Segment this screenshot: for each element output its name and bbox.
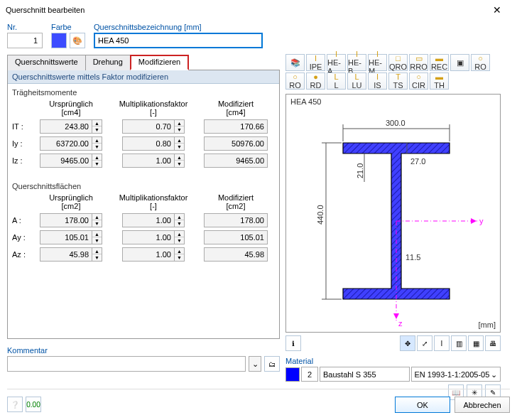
svg-text:21.0: 21.0 — [356, 163, 364, 178]
profile-ro2-button[interactable]: ○RO — [285, 72, 305, 90]
kommentar-dropdown[interactable]: ⌄ — [249, 356, 261, 372]
row-a-label: A : — [12, 216, 33, 225]
spin[interactable]: ▲▼ — [92, 136, 102, 151]
color-swatch[interactable] — [51, 33, 67, 48]
a-fac[interactable] — [122, 213, 175, 227]
ok-button[interactable]: OK — [395, 397, 450, 413]
profile-is-button[interactable]: IIS — [368, 72, 387, 90]
spin[interactable]: ▲▼ — [175, 136, 185, 151]
iy-fac[interactable] — [122, 136, 175, 151]
profile-rec-button[interactable]: ▬REC — [430, 54, 449, 71]
numeric-view-button[interactable]: ▦ — [468, 335, 484, 351]
traegheitsmomente-header: Trägheitsmomente — [12, 88, 275, 97]
svg-text:z: z — [398, 319, 403, 328]
material-norm-select[interactable]: EN 1993-1-1:2005-05 — [411, 367, 501, 382]
spin[interactable]: ▲▼ — [175, 230, 185, 244]
print-button[interactable]: 🖶 — [485, 335, 501, 351]
profile-rd-button[interactable]: ●RD — [306, 72, 325, 90]
profile-cir-button[interactable]: ○CIR — [409, 72, 428, 90]
profile-toolbar: 📚 IIPE IHE-A IHE-B IHE-M □QRO ▭RRO ▬REC … — [285, 54, 501, 90]
spin[interactable]: ▲▼ — [175, 213, 185, 227]
spin[interactable]: ▲▼ — [92, 213, 102, 227]
it-orig[interactable] — [40, 119, 92, 134]
tab-querschnittswerte[interactable]: Querschnittswerte — [7, 55, 86, 70]
col-orig: Ursprünglich — [49, 99, 93, 108]
it-fac[interactable] — [122, 119, 175, 134]
spin[interactable]: ▲▼ — [175, 247, 185, 262]
svg-marker-4 — [471, 218, 477, 224]
material-color-swatch — [285, 367, 300, 382]
az-fac[interactable] — [122, 247, 175, 262]
row-iy-label: Iy : — [12, 139, 33, 148]
axes-view-button[interactable]: ✥ — [400, 335, 415, 351]
values-view-button[interactable]: I — [434, 335, 450, 351]
help-button[interactable]: ❔ — [7, 397, 23, 412]
spin[interactable]: ▲▼ — [92, 119, 102, 134]
col-orig2: Ursprünglich — [49, 193, 93, 202]
spin[interactable]: ▲▼ — [92, 230, 102, 244]
profile-qro-button[interactable]: □QRO — [388, 54, 408, 71]
close-icon[interactable]: ✕ — [483, 4, 511, 16]
profile-library-button[interactable]: 📚 — [285, 54, 305, 71]
col-orig-unit: [cm4] — [62, 108, 81, 117]
ay-orig[interactable] — [40, 230, 92, 244]
preview-panel: HEA 450 [mm] y z — [285, 94, 501, 333]
iz-orig[interactable] — [40, 154, 92, 168]
col-orig2-unit: [cm2] — [62, 202, 81, 210]
profile-ts-button[interactable]: TTS — [388, 72, 408, 90]
a-orig[interactable] — [40, 213, 92, 227]
material-nr[interactable]: 2 — [301, 367, 318, 382]
svg-text:440.0: 440.0 — [316, 205, 325, 225]
col-mod2-unit: [cm2] — [227, 202, 246, 210]
section-header: Querschnittswerte mittels Faktor modifiz… — [8, 70, 279, 84]
profile-custom-button[interactable]: ▣ — [450, 54, 469, 71]
cancel-button[interactable]: Abbrechen — [455, 397, 510, 413]
svg-text:27.0: 27.0 — [410, 157, 425, 166]
profile-hem-button[interactable]: IHE-M — [368, 54, 387, 71]
material-name[interactable]: Baustahl S 355 — [320, 367, 410, 382]
col-fac-unit: [-] — [150, 108, 157, 117]
window-title: Querschnitt bearbeiten — [6, 6, 483, 14]
row-it-label: IT : — [12, 122, 33, 131]
profile-heb-button[interactable]: IHE-B — [347, 54, 366, 71]
profile-lu-button[interactable]: LLU — [347, 72, 366, 90]
info-button[interactable]: ℹ — [285, 335, 301, 351]
profile-l-button[interactable]: LL — [327, 72, 346, 90]
iz-fac[interactable] — [122, 154, 175, 168]
nr-label: Nr. — [7, 23, 43, 31]
svg-text:11.5: 11.5 — [406, 253, 420, 262]
kommentar-input[interactable] — [7, 356, 246, 372]
profile-rro-button[interactable]: ▭RRO — [409, 54, 428, 71]
querschnittsbezeichnung-input[interactable] — [94, 33, 263, 48]
color-picker-button[interactable]: 🎨 — [70, 33, 85, 48]
profile-ipe-button[interactable]: IIPE — [306, 54, 325, 71]
col-fac2-unit: [-] — [150, 202, 157, 210]
spin[interactable]: ▲▼ — [92, 154, 102, 168]
dims-view-button[interactable]: ⤢ — [417, 335, 432, 351]
profile-th-button[interactable]: ▬TH — [430, 72, 449, 90]
profile-hea-button[interactable]: IHE-A — [327, 54, 346, 71]
ay-fac[interactable] — [122, 230, 175, 244]
row-az-label: Az : — [12, 250, 33, 259]
tab-drehung[interactable]: Drehung — [85, 55, 131, 70]
az-orig[interactable] — [40, 247, 92, 262]
col-fac: Multiplikationsfaktor — [119, 99, 188, 108]
units-button[interactable]: 0.00 — [26, 397, 41, 412]
qb-label: Querschnittsbezeichnung [mm] — [94, 23, 263, 31]
kommentar-label: Kommentar — [7, 346, 48, 355]
svg-text:300.0: 300.0 — [386, 119, 406, 127]
svg-marker-7 — [393, 313, 399, 319]
spin[interactable]: ▲▼ — [92, 247, 102, 262]
it-mod — [204, 119, 268, 134]
kommentar-library-button[interactable]: 🗂 — [264, 356, 280, 372]
material-label: Material — [285, 357, 313, 365]
iy-orig[interactable] — [40, 136, 92, 151]
profile-ro1-button[interactable]: ○RO — [471, 54, 490, 71]
spin[interactable]: ▲▼ — [175, 154, 185, 168]
spin[interactable]: ▲▼ — [175, 119, 185, 134]
section-drawing: y z 300.0 440.0 27.0 11.5 — [293, 107, 492, 328]
stress-view-button[interactable]: ▥ — [451, 335, 467, 351]
tab-modifizieren[interactable]: Modifizieren — [130, 55, 189, 70]
nr-input[interactable] — [7, 33, 43, 48]
row-iz-label: Iz : — [12, 156, 33, 165]
